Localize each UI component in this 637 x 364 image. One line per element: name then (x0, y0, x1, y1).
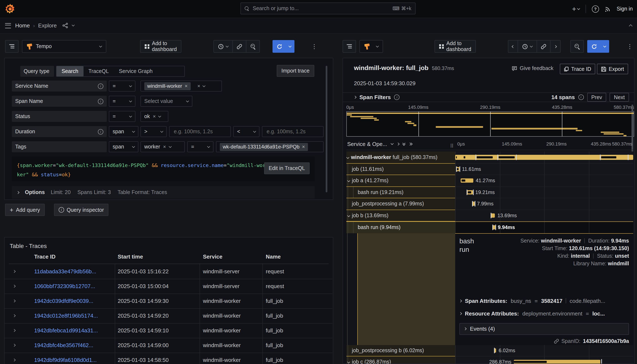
column-header[interactable]: Trace ID (34, 254, 56, 260)
menu-toggle-icon[interactable] (5, 23, 11, 28)
row-expander-icon[interactable] (13, 264, 15, 279)
remove-icon[interactable]: × (302, 144, 305, 150)
tags-operator[interactable]: = (187, 141, 214, 152)
span-name[interactable]: job a (41.27ms) (346, 175, 455, 187)
span-timeline-cell[interactable] (455, 152, 633, 164)
query-outline-button[interactable] (5, 40, 18, 53)
shift-time-back-button[interactable] (508, 40, 518, 53)
row-expander-icon[interactable] (13, 352, 15, 364)
copy-link-button[interactable] (233, 40, 246, 53)
tags-value[interactable]: wk-default-133114d6a91e-PSPQb× (216, 141, 324, 152)
datasource-picker[interactable]: Tempo (22, 40, 106, 53)
news-rss-icon[interactable] (605, 6, 611, 12)
span-name-value[interactable]: Select value (140, 96, 192, 107)
span-timeline-cell[interactable]: 6.02ms (455, 345, 633, 356)
tab-search[interactable]: Search (56, 66, 83, 76)
duration-max-input[interactable] (266, 128, 320, 135)
new-menu-button[interactable]: + (572, 5, 580, 12)
tags-key[interactable]: worker × (140, 141, 185, 152)
trace-id-link[interactable]: 1060bbf732309b12707... (34, 279, 95, 294)
scrollbar[interactable] (326, 66, 327, 192)
span-timeline-cell[interactable]: 7.99ms (455, 198, 633, 210)
span-row[interactable]: windmill-worker full_job (580.37ms) (346, 152, 633, 164)
refresh-interval-dropdown[interactable] (601, 40, 609, 53)
status-operator[interactable]: = (109, 111, 136, 122)
row-expander-icon[interactable] (13, 279, 15, 294)
span-timeline-cell[interactable]: 9.94ms (455, 222, 633, 234)
span-row[interactable]: job c (286.87ms)286.87ms (346, 356, 633, 364)
zoom-out-button[interactable] (570, 40, 584, 53)
chevron-down-icon[interactable] (348, 212, 350, 218)
span-timeline-cell[interactable]: 19.21ms (455, 187, 633, 198)
sign-in-button[interactable]: Sign in (617, 6, 633, 12)
span-name[interactable]: job_postprocessing a (7.99ms) (346, 198, 455, 210)
share-icon[interactable] (63, 23, 68, 28)
span-row[interactable]: job b (13.69ms)13.69ms (346, 210, 633, 222)
refresh-button[interactable] (272, 40, 286, 53)
span-name[interactable]: bash run (9.94ms) (346, 222, 455, 234)
tag-value-chip[interactable]: wk-default-133114d6a91e-PSPQb× (220, 143, 308, 151)
span-timeline-cell[interactable]: 11.61ms (455, 164, 633, 175)
span-timeline-cell[interactable]: 286.87ms (455, 356, 633, 364)
span-name-operator[interactable]: = (109, 96, 136, 107)
chevron-down-icon[interactable] (348, 359, 350, 364)
edit-in-traceql-button[interactable]: Edit in TraceQL (264, 162, 310, 174)
span-row[interactable]: job_postprocessing a (7.99ms)7.99ms (346, 198, 633, 210)
column-header[interactable]: Start time (118, 254, 143, 260)
duration-max-field[interactable] (262, 126, 324, 137)
service-name-chip[interactable]: windmill-worker× (144, 82, 190, 90)
chevron-down-icon[interactable] (347, 154, 349, 160)
trace-id-link[interactable]: 1942dc039dfdf9e0039... (34, 294, 94, 308)
span-name[interactable]: windmill-worker full_job (580.37ms) (346, 152, 455, 164)
chevron-down-icon[interactable] (348, 178, 350, 184)
trace-id-link[interactable]: 11dabada33e479db56b... (34, 264, 96, 279)
clear-icon[interactable]: × (153, 114, 156, 119)
help-icon[interactable]: ? (592, 5, 599, 12)
span-row[interactable]: bash run (9.94ms)9.94ms (346, 222, 633, 234)
copy-link-button[interactable] (537, 40, 550, 53)
trace-id-link[interactable]: 1942dc012e8f196b5174... (34, 308, 98, 323)
global-search[interactable]: ⌨ ⌘+k (240, 2, 416, 14)
tab-traceql[interactable]: TraceQL (83, 66, 114, 76)
info-icon[interactable]: i (98, 83, 103, 89)
events-row[interactable]: Events (4) (460, 323, 629, 335)
span-row[interactable]: job_postprocessing b (6.02ms)6.02ms (346, 345, 633, 356)
span-name[interactable]: job (11.61ms) (346, 164, 455, 175)
shift-time-forward-button[interactable] (550, 40, 561, 53)
add-to-dashboard-button[interactable]: Add to dashboard (140, 40, 182, 53)
tab-service-graph[interactable]: Service Graph (114, 66, 158, 76)
clear-icon[interactable]: × (163, 144, 166, 150)
refresh-button[interactable] (587, 40, 601, 53)
trace-id-link[interactable]: 1942dbf9d9fa6108d0d1... (34, 352, 96, 364)
time-picker-button[interactable] (214, 40, 233, 53)
more-options-icon[interactable]: ⋮ (627, 44, 633, 49)
span-row[interactable]: bash run (19.21ms)19.21ms (346, 187, 633, 198)
row-expander-icon[interactable] (13, 338, 15, 352)
more-options-icon[interactable]: ⋮ (311, 44, 317, 49)
row-expander-icon[interactable] (13, 323, 15, 338)
duration-min-field[interactable] (169, 126, 231, 137)
add-to-dashboard-button[interactable]: Add to dashboard (434, 40, 476, 53)
duration-gt-operator[interactable]: > (140, 126, 167, 137)
remove-icon[interactable]: × (184, 83, 188, 89)
span-row[interactable]: job a (41.27ms)41.27ms (346, 175, 633, 187)
breadcrumb-home[interactable]: Home (15, 22, 30, 29)
span-timeline-cell[interactable]: 41.27ms (455, 175, 633, 187)
duration-min-input[interactable] (173, 128, 227, 135)
duration-lt-operator[interactable]: < (233, 126, 260, 137)
add-query-button[interactable]: + Add query (5, 204, 45, 216)
info-icon[interactable]: i (98, 98, 103, 104)
span-attributes-row[interactable]: Span Attributes: busy_ns=3582417 code.fi… (460, 298, 629, 304)
span-name[interactable]: job_postprocessing b (6.02ms) (346, 345, 455, 356)
tags-scope[interactable]: span (109, 141, 138, 152)
time-picker-button[interactable] (518, 40, 537, 53)
resource-attributes-row[interactable]: Resource Attributes: deployment.environm… (460, 310, 629, 316)
search-input[interactable] (252, 5, 390, 12)
query-outline-button[interactable] (342, 40, 356, 53)
grafana-logo-icon[interactable] (4, 3, 16, 15)
trace-id-link[interactable]: 1942dbfebca1d9914a31... (34, 323, 98, 338)
query-options-row[interactable]: Options Limit: 20Spans Limit: 3Table For… (12, 186, 315, 199)
trace-id-link[interactable]: 1942dbfc4be3567f462... (34, 338, 94, 352)
collapse-panel-icon[interactable] (630, 22, 632, 29)
service-name-operator[interactable]: = (109, 80, 136, 92)
